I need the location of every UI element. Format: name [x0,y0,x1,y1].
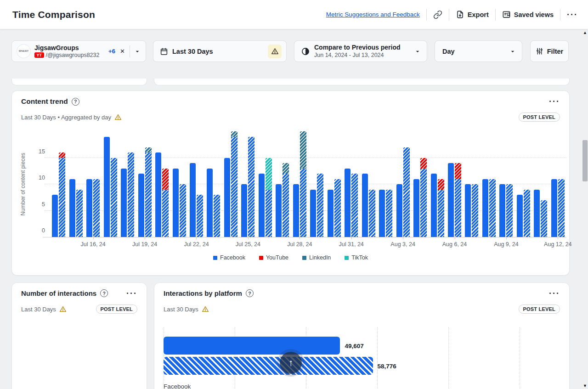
current-period-bar[interactable] [534,190,540,237]
facebook-segment [69,179,75,237]
previous-period-bar[interactable] [334,179,341,237]
filter-button[interactable]: Filter [530,40,569,62]
current-period-bar[interactable] [465,184,471,237]
warning-icon[interactable] [114,113,122,121]
scrollbar-thumb[interactable] [582,140,588,181]
saved-views-button[interactable]: Saved views [502,10,554,19]
scroll-to-top-button[interactable]: ↑ [280,352,302,374]
previous-period-bar[interactable] [489,179,496,237]
previous-period-bar[interactable] [386,190,392,237]
legend-item-tiktok[interactable]: TikTok [345,254,368,261]
bar-value-label: 49,607 [345,343,363,350]
warning-icon[interactable] [59,305,67,313]
help-icon[interactable]: ? [100,289,108,297]
previous-period-bar[interactable] [283,163,289,237]
facebook-segment [345,169,351,237]
previous-period-bar[interactable] [438,179,444,237]
current-period-bar[interactable] [517,195,523,237]
previous-period-bar[interactable] [214,195,220,237]
previous-period-bar[interactable] [164,357,373,375]
granularity-select[interactable]: Day [435,40,522,62]
current-period-bar[interactable] [190,163,196,237]
current-period-bar[interactable] [207,169,213,237]
current-period-bar[interactable] [482,179,488,237]
current-period-bar[interactable] [310,190,316,237]
header-more-menu-icon[interactable]: ··· [567,12,578,17]
current-period-bar[interactable] [396,184,402,237]
current-period-bar[interactable] [224,158,230,237]
current-period-bar[interactable] [328,190,334,237]
previous-period-bar[interactable] [111,158,117,237]
previous-period-bar[interactable] [317,174,323,237]
current-period-bar[interactable] [173,169,179,237]
warning-icon[interactable] [202,305,209,313]
previous-period-bar[interactable] [541,200,547,237]
current-period-bar[interactable] [138,174,144,237]
day-group [377,131,394,237]
previous-period-bar[interactable] [351,174,358,237]
profile-selector[interactable]: SPHERIT JigsawGroups YT /@jigsawgroups82… [11,40,146,62]
export-button[interactable]: Export [456,10,489,19]
previous-period-bar[interactable] [506,184,513,237]
current-period-bar[interactable] [164,337,340,355]
date-warning-icon[interactable] [268,45,282,58]
copy-link-icon[interactable] [433,10,442,19]
extra-profiles-count[interactable]: +6 [108,48,115,55]
compare-period-selector[interactable]: Compare to Previous period Jun 14, 2024 … [294,40,427,62]
content-trend-more-icon[interactable]: ··· [549,99,560,104]
previous-period-bar[interactable] [231,131,237,237]
previous-period-bar[interactable] [420,158,427,237]
current-period-bar[interactable] [379,190,385,237]
current-period-bar[interactable] [241,184,247,237]
previous-period-bar[interactable] [180,184,186,237]
current-period-bar[interactable] [345,169,351,237]
previous-period-bar[interactable] [266,158,272,237]
metric-feedback-link[interactable]: Metric Suggestions and Feedback [326,11,420,18]
previous-period-bar[interactable] [455,163,461,237]
platform-more-icon[interactable]: ··· [549,291,560,296]
current-period-bar[interactable] [551,179,557,237]
previous-period-bar[interactable] [93,179,100,237]
previous-period-bar[interactable] [162,169,169,237]
previous-period-bar[interactable] [300,131,306,237]
date-range-picker[interactable]: Last 30 Days [153,40,287,62]
current-period-bar[interactable] [69,179,75,237]
youtube-segment [420,158,427,169]
previous-period-bar[interactable] [524,190,530,237]
current-period-bar[interactable] [362,174,368,237]
previous-period-bar[interactable] [558,179,565,237]
current-period-bar[interactable] [121,169,127,237]
scrollbar-up-arrow[interactable]: ▲ [583,30,587,35]
current-period-bar[interactable] [86,179,92,237]
previous-period-bar[interactable] [197,195,203,237]
current-period-bar[interactable] [52,195,58,237]
legend-item-youtube[interactable]: YouTube [259,254,288,261]
previous-period-bar[interactable] [369,190,375,237]
current-period-bar[interactable] [293,184,299,237]
clear-profiles-icon[interactable]: ✕ [120,48,125,55]
current-period-bar[interactable] [448,163,454,237]
legend-item-linkedin[interactable]: LinkedIn [302,254,331,261]
previous-period-bar[interactable] [145,147,152,237]
current-period-bar[interactable] [431,174,437,237]
interactions-more-icon[interactable]: ··· [126,291,137,296]
current-period-bar[interactable] [155,152,161,237]
previous-period-bar[interactable] [403,147,410,237]
profile-caret-icon[interactable] [134,48,141,55]
current-period-bar[interactable] [104,137,110,237]
current-period-bar[interactable] [413,179,419,237]
help-icon[interactable]: ? [72,98,79,106]
previous-period-bar[interactable] [76,190,83,237]
current-period-bar[interactable] [276,184,282,237]
facebook-segment [448,163,454,237]
previous-period-bar[interactable] [59,152,65,237]
previous-period-bar[interactable] [472,184,478,237]
profile-avatar: SPHERIT [17,44,31,58]
scrollbar-down-arrow[interactable]: ▼ [583,383,587,388]
previous-period-bar[interactable] [248,137,254,237]
previous-period-bar[interactable] [128,152,134,237]
current-period-bar[interactable] [499,184,505,237]
current-period-bar[interactable] [259,174,265,237]
legend-item-facebook[interactable]: Facebook [213,254,245,261]
help-icon[interactable]: ? [246,289,254,297]
